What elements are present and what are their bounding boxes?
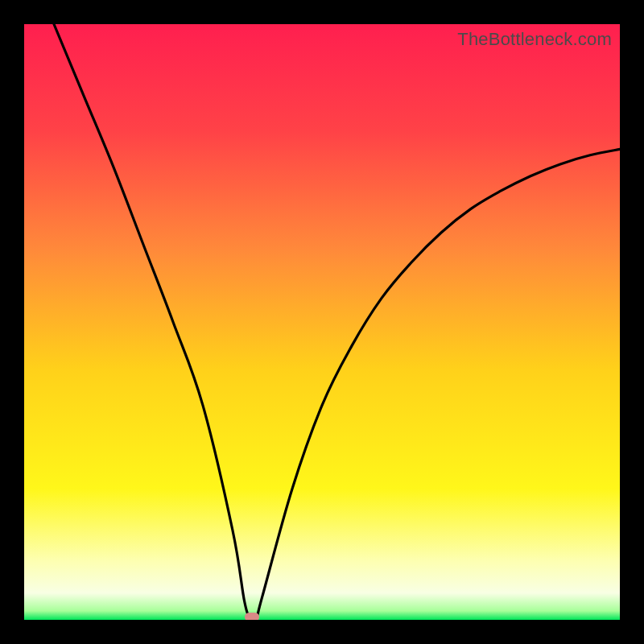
bottleneck-curve: [24, 24, 620, 620]
minimum-marker: [245, 613, 259, 620]
chart-frame: TheBottleneck.com: [0, 0, 644, 644]
plot-area: TheBottleneck.com: [24, 24, 620, 620]
